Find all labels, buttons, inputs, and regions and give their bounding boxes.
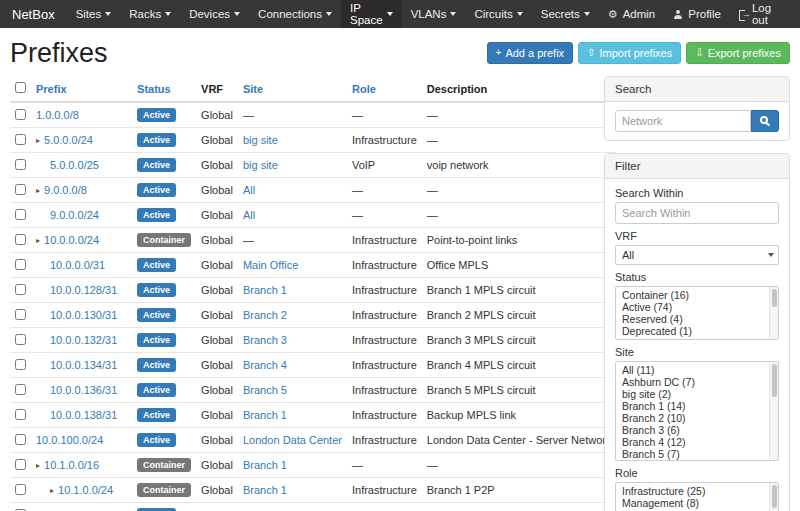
expand-arrow-icon[interactable]: ▸ xyxy=(50,486,54,495)
row-checkbox[interactable] xyxy=(15,359,26,370)
prefix-link[interactable]: 10.0.100.0/24 xyxy=(36,434,103,446)
select-all-checkbox[interactable] xyxy=(15,82,26,93)
filter-option[interactable]: Container (16) xyxy=(616,289,778,301)
prefix-cell: 10.0.0.130/31 xyxy=(31,303,132,328)
scrollbar-thumb[interactable] xyxy=(772,485,777,508)
column-header-site[interactable]: Site xyxy=(238,76,347,102)
prefix-link[interactable]: 10.0.0.0/31 xyxy=(50,259,105,271)
site-link[interactable]: All xyxy=(243,209,255,221)
nav-item-racks[interactable]: Racks xyxy=(120,0,180,28)
prefix-link[interactable]: 1.0.0.0/8 xyxy=(36,109,79,121)
prefix-link[interactable]: 5.0.0.0/25 xyxy=(50,159,99,171)
column-header-status[interactable]: Status xyxy=(132,76,196,102)
nav-item-profile[interactable]: Profile xyxy=(664,0,730,28)
search-input[interactable] xyxy=(615,110,751,132)
role-filter-listbox[interactable]: Infrastructure (25)Management (8)Private… xyxy=(615,482,779,511)
row-checkbox[interactable] xyxy=(15,159,26,170)
site-link[interactable]: Branch 1 xyxy=(243,459,287,471)
row-checkbox[interactable] xyxy=(15,459,26,470)
prefix-link[interactable]: 10.1.0.0/24 xyxy=(58,484,113,496)
row-checkbox[interactable] xyxy=(15,234,26,245)
site-filter-listbox[interactable]: All (11)Ashburn DC (7)big site (2)Branch… xyxy=(615,361,779,461)
prefix-link[interactable]: 9.0.0.0/8 xyxy=(44,184,87,196)
site-link[interactable]: big site xyxy=(243,159,278,171)
filter-option[interactable]: Branch 5 (7) xyxy=(616,448,778,460)
expand-arrow-icon[interactable]: ▸ xyxy=(36,136,40,145)
prefix-link[interactable]: 10.0.0.0/24 xyxy=(44,234,99,246)
add-a-prefix-button[interactable]: +Add a prefix xyxy=(487,42,574,64)
prefix-link[interactable]: 10.1.0.0/16 xyxy=(44,459,99,471)
search-button[interactable] xyxy=(751,110,779,132)
row-checkbox[interactable] xyxy=(15,484,26,495)
filter-option[interactable]: Ashburn DC (7) xyxy=(616,376,778,388)
prefix-link[interactable]: 10.0.0.128/31 xyxy=(50,284,117,296)
filter-option[interactable]: big site (2) xyxy=(616,388,778,400)
filter-option[interactable]: Management (8) xyxy=(616,497,778,509)
site-link[interactable]: London Data Center xyxy=(243,434,342,446)
import-prefixes-button[interactable]: ⇧Import prefixes xyxy=(578,42,681,64)
column-header-role[interactable]: Role xyxy=(347,76,422,102)
site-link[interactable]: Main Office xyxy=(243,259,298,271)
scrollbar[interactable] xyxy=(769,362,778,460)
filter-option[interactable]: Branch 4 (12) xyxy=(616,436,778,448)
nav-item-ip-space[interactable]: IP Space xyxy=(341,0,402,28)
prefix-link[interactable]: 9.0.0.0/24 xyxy=(50,209,99,221)
export-prefixes-button[interactable]: ⇩Export prefixes xyxy=(686,42,790,64)
filter-option[interactable]: Deprecated (1) xyxy=(616,325,778,337)
row-checkbox[interactable] xyxy=(15,409,26,420)
row-checkbox[interactable] xyxy=(15,284,26,295)
nav-item-secrets[interactable]: Secrets xyxy=(532,0,599,28)
filter-option[interactable]: COLO 1 (4) xyxy=(616,460,778,461)
prefix-link[interactable]: 10.0.0.132/31 xyxy=(50,334,117,346)
site-link[interactable]: big site xyxy=(243,134,278,146)
row-checkbox[interactable] xyxy=(15,134,26,145)
row-checkbox[interactable] xyxy=(15,309,26,320)
nav-item-admin[interactable]: ⚙Admin xyxy=(599,0,664,28)
row-checkbox[interactable] xyxy=(15,334,26,345)
filter-option[interactable]: Branch 3 (6) xyxy=(616,424,778,436)
vrf-select[interactable]: All xyxy=(615,245,779,265)
site-link[interactable]: Branch 4 xyxy=(243,359,287,371)
site-link[interactable]: Branch 1 xyxy=(243,409,287,421)
filter-option[interactable]: Active (74) xyxy=(616,301,778,313)
nav-item-circuits[interactable]: Circuits xyxy=(465,0,531,28)
nav-item-log-out[interactable]: Log out xyxy=(730,0,792,28)
site-link[interactable]: Branch 2 xyxy=(243,309,287,321)
site-link[interactable]: Branch 5 xyxy=(243,384,287,396)
status-filter-listbox[interactable]: Container (16)Active (74)Reserved (4)Dep… xyxy=(615,286,779,340)
site-link[interactable]: Branch 1 xyxy=(243,484,287,496)
prefix-link[interactable]: 5.0.0.0/24 xyxy=(44,134,93,146)
scrollbar-thumb[interactable] xyxy=(772,364,777,397)
expand-arrow-icon[interactable]: ▸ xyxy=(36,461,40,470)
site-link[interactable]: Branch 1 xyxy=(243,284,287,296)
prefix-link[interactable]: 10.0.0.130/31 xyxy=(50,309,117,321)
filter-option[interactable]: Branch 1 (14) xyxy=(616,400,778,412)
prefix-link[interactable]: 10.0.0.138/31 xyxy=(50,409,117,421)
filter-option[interactable]: Reserved (4) xyxy=(616,313,778,325)
expand-arrow-icon[interactable]: ▸ xyxy=(36,236,40,245)
filter-option[interactable]: Branch 2 (10) xyxy=(616,412,778,424)
row-checkbox[interactable] xyxy=(15,184,26,195)
row-checkbox[interactable] xyxy=(15,434,26,445)
filter-option[interactable]: All (11) xyxy=(616,364,778,376)
filter-option[interactable]: Infrastructure (25) xyxy=(616,485,778,497)
row-checkbox[interactable] xyxy=(15,109,26,120)
expand-arrow-icon[interactable]: ▸ xyxy=(36,186,40,195)
nav-item-sites[interactable]: Sites xyxy=(67,0,121,28)
nav-item-connections[interactable]: Connections xyxy=(249,0,341,28)
row-checkbox[interactable] xyxy=(15,209,26,220)
row-checkbox[interactable] xyxy=(15,259,26,270)
nav-item-vlans[interactable]: VLANs xyxy=(402,0,466,28)
scrollbar[interactable] xyxy=(769,287,778,339)
prefix-link[interactable]: 10.0.0.134/31 xyxy=(50,359,117,371)
prefix-link[interactable]: 10.0.0.136/31 xyxy=(50,384,117,396)
scrollbar-thumb[interactable] xyxy=(772,289,777,307)
nav-item-devices[interactable]: Devices xyxy=(180,0,249,28)
site-link[interactable]: All xyxy=(243,184,255,196)
site-link[interactable]: Branch 3 xyxy=(243,334,287,346)
column-header-prefix[interactable]: Prefix xyxy=(31,76,132,102)
navbar-brand[interactable]: NetBox xyxy=(8,0,67,28)
row-checkbox[interactable] xyxy=(15,384,26,395)
scrollbar[interactable] xyxy=(769,483,778,511)
search-within-input[interactable] xyxy=(615,202,779,224)
